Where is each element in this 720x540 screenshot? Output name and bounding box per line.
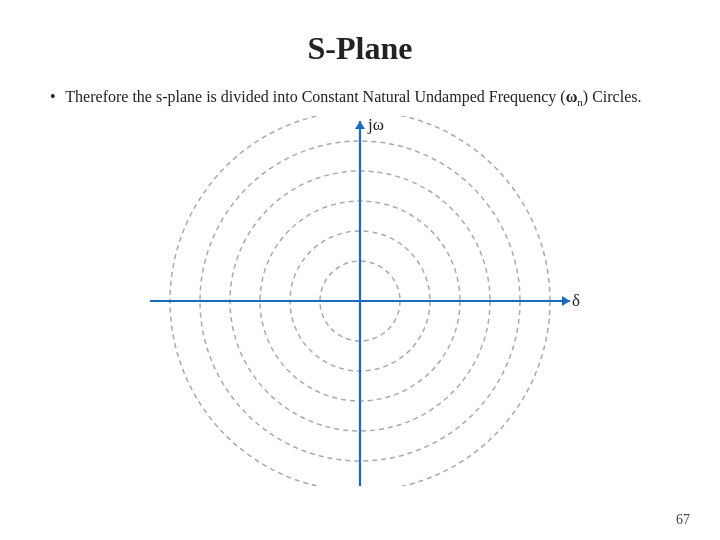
bullet-text-before: Therefore the s-plane is divided into Co… — [65, 88, 565, 105]
omega-symbol: ωn — [566, 88, 583, 105]
svg-marker-7 — [562, 296, 570, 306]
slide: S-Plane • Therefore the s-plane is divid… — [0, 0, 720, 540]
bullet-text-after: ) Circles. — [583, 88, 642, 105]
diagram-area: jω δ — [40, 121, 680, 481]
svg-marker-9 — [355, 121, 365, 129]
jw-axis-label: jω — [367, 116, 384, 134]
page-number: 67 — [676, 512, 690, 528]
s-plane-diagram: jω δ — [140, 116, 580, 486]
bullet-point: • Therefore the s-plane is divided into … — [40, 85, 680, 111]
delta-axis-label: δ — [572, 291, 580, 310]
slide-title: S-Plane — [40, 30, 680, 67]
bullet-symbol: • — [50, 88, 56, 105]
